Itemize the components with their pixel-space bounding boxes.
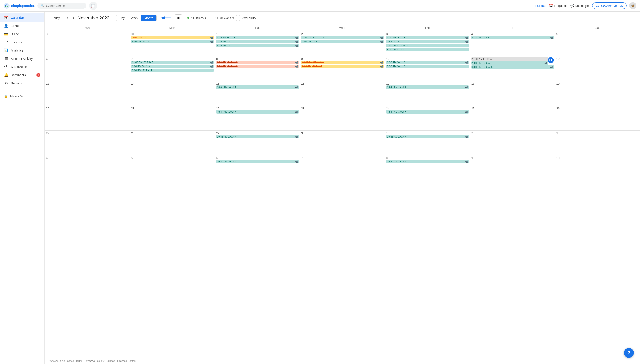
cal-day-4-3[interactable]: 30 [300, 131, 385, 155]
event-item[interactable]: 1:00 PM JA: J. A. 📹 [131, 64, 214, 68]
cal-day-2-3[interactable]: 16 [300, 81, 385, 106]
cal-day-2-2[interactable]: 1510:45 AM JA: J. A. 📹 [215, 81, 300, 106]
cal-day-5-2[interactable]: 610:45 AM JA: J. A. 📹 [215, 156, 300, 180]
event-item[interactable]: 1:10 PM LT: L. T. 📹 [216, 40, 299, 43]
cal-day-1-0[interactable]: 6 [45, 56, 130, 81]
event-item[interactable]: 3:00 PM LT: J. T. 📹 [301, 40, 384, 43]
event-item[interactable]: 1:00 PM JA: J. A. 📹 [386, 60, 469, 64]
event-item[interactable]: 9:00 AM JA: J. A. 📹 [216, 36, 299, 39]
cal-day-1-5[interactable]: 1111:00 AM LT: D. A. 1:00 PM LT: J. A. 📹… [470, 56, 555, 81]
event-item[interactable]: 12:00 PM LT: J. A. I. 📹 [301, 60, 384, 64]
event-item[interactable]: 11:00 AM LT: J. M. A. 📹 [301, 36, 384, 39]
cal-day-2-1[interactable]: 14 [130, 81, 215, 106]
sidebar-item-calendar[interactable]: 📅 Calendar [0, 14, 45, 22]
event-item[interactable]: 8:00 PM LT: J. A. [386, 48, 469, 51]
cal-day-5-0[interactable]: 4 [45, 156, 130, 180]
all-clinicians-dropdown[interactable]: All Clinicians ▾ [212, 15, 237, 21]
cal-day-3-0[interactable]: 20 [45, 106, 130, 130]
referral-button[interactable]: Get $100 for referrals [592, 2, 626, 9]
event-item[interactable]: 10:45 AM JA: J. A. 📹 [386, 160, 469, 163]
cal-day-0-4[interactable]: 39:00 AM JA: J. A. 📹10:40 AM LT: J. M. A… [385, 32, 470, 56]
cal-day-3-4[interactable]: 2410:45 AM JA: J. A. 📹 [385, 106, 470, 130]
month-view-button[interactable]: Month [142, 15, 156, 21]
week-view-button[interactable]: Week [128, 15, 142, 21]
cal-day-0-3[interactable]: 211:00 AM LT: J. M. A. 📹3:00 PM LT: J. T… [300, 32, 385, 56]
event-item[interactable]: 11:00 AM LT: D. A. [471, 57, 548, 61]
event-item[interactable]: 10:45 AM JA: J. A. 📹 [386, 85, 469, 89]
next-month-button[interactable]: › [72, 15, 75, 21]
cal-day-3-6[interactable]: 26 [555, 106, 640, 130]
cal-day-4-5[interactable]: 2 [470, 131, 555, 155]
event-item[interactable]: 4:00 PM LT: L. A. 📹 [131, 40, 214, 43]
prev-month-button[interactable]: ‹ [66, 15, 69, 21]
cal-day-5-6[interactable]: 10 [555, 156, 640, 180]
event-item[interactable]: 10:45 AM JA: J. A. 📹 [216, 160, 299, 163]
event-item[interactable]: 3:00 PM JA: J. A. [386, 64, 469, 68]
cal-day-0-6[interactable]: 5 [555, 32, 640, 56]
event-item[interactable]: 1:30 PM LT: J. M. A. [386, 44, 469, 47]
sidebar-item-clients[interactable]: 👤 Clients [0, 22, 45, 30]
analytics-icon-btn[interactable]: 📈 [89, 2, 97, 10]
today-button[interactable]: Today [49, 15, 63, 21]
messages-button[interactable]: 💬 Messages [570, 4, 590, 8]
event-item[interactable]: 10:45 AM JA: J. A. 📹 [216, 110, 299, 114]
all-offices-dropdown[interactable]: All Offices ▾ [185, 15, 209, 21]
cal-day-0-0[interactable]: 30 [45, 32, 130, 56]
avatar[interactable]: 🦋 [629, 2, 636, 10]
cal-day-1-6[interactable]: 12 [555, 56, 640, 81]
event-item[interactable]: 3:00 PM LT: J. A. I. [131, 68, 214, 72]
cal-day-3-2[interactable]: 2210:45 AM JA: J. A. 📹 [215, 106, 300, 130]
cal-day-2-0[interactable]: 13 [45, 81, 130, 106]
cal-day-4-1[interactable]: 28 [130, 131, 215, 155]
cal-day-0-1[interactable]: 3110:00 AM LT: L. T. 📹4:00 PM LT: L. A. … [130, 32, 215, 56]
event-item[interactable]: 10:45 AM JA: J. A. 📹 [216, 135, 299, 138]
cal-day-1-1[interactable]: 711:00 AM LT: J. H A. 📹1:00 PM JA: J. A.… [130, 56, 215, 81]
cal-day-5-1[interactable]: 5 [130, 156, 215, 180]
event-item[interactable]: 3:00 PM LT: J. A. I. 📹 [471, 65, 554, 69]
cal-day-4-0[interactable]: 27 [45, 131, 130, 155]
event-item[interactable]: 10:45 AM JA: J. A. 📹 [216, 85, 299, 89]
availability-button[interactable]: Availability [239, 15, 259, 21]
sidebar-item-account-activity[interactable]: ☰ Account Activity [0, 54, 45, 63]
day-view-button[interactable]: Day [117, 15, 128, 21]
sidebar-item-billing[interactable]: 💳 Billing [0, 30, 45, 38]
event-item[interactable]: 2:00 PM LT: J. A. I. 📹 [301, 64, 384, 68]
event-item[interactable]: 10:00 AM LT: L. T. 📹 [131, 36, 214, 39]
requests-button[interactable]: 📅 Requests [549, 4, 567, 8]
cal-day-4-6[interactable]: 3 [555, 131, 640, 155]
cal-day-3-5[interactable]: 25 [470, 106, 555, 130]
cal-day-3-1[interactable]: 21 [130, 106, 215, 130]
cal-day-4-4[interactable]: 110:45 AM JA: J. A. 📹 [385, 131, 470, 155]
event-item[interactable]: 1:00 PM LT: J. A. 📹 [471, 61, 548, 65]
filter-button[interactable]: ⊞ [175, 14, 182, 22]
cal-day-0-2[interactable]: 19:00 AM JA: J. A. 📹1:10 PM LT: L. T. 📹5… [215, 32, 300, 56]
cal-day-1-4[interactable]: 101:00 PM JA: J. A. 📹3:00 PM JA: J. A. [385, 56, 470, 81]
event-item[interactable]: 3:00 PM LT: J. A. I. 📹 [216, 64, 299, 68]
event-item[interactable]: 9:00 AM JA: J. A. 📹 [386, 36, 469, 39]
cal-day-1-2[interactable]: 81:00 PM LT: J. A. I. 📹3:00 PM LT: J. A.… [215, 56, 300, 81]
cal-day-1-3[interactable]: 912:00 PM LT: J. A. I. 📹2:00 PM LT: J. A… [300, 56, 385, 81]
sidebar-item-supervision[interactable]: 👁 Supervision [0, 63, 45, 71]
help-fab[interactable]: ? [624, 348, 634, 358]
sidebar-item-settings[interactable]: ⚙ Settings [0, 79, 45, 87]
event-item[interactable]: 6:30 PM LT: J. H A. 📹 [471, 36, 554, 39]
cal-day-4-2[interactable]: 2910:45 AM JA: J. A. 📹 [215, 131, 300, 155]
sidebar-item-analytics[interactable]: 📊 Analytics [0, 46, 45, 54]
cal-day-5-4[interactable]: 810:45 AM JA: J. A. 📹 [385, 156, 470, 180]
event-item[interactable]: 10:45 AM JA: J. A. 📹 [386, 110, 469, 114]
cal-day-2-5[interactable]: 18 [470, 81, 555, 106]
event-item[interactable]: 11:00 AM LT: J. H A. 📹 [131, 60, 214, 64]
search-bar[interactable]: 🔍 [37, 3, 87, 9]
event-item[interactable]: 5:00 PM LT: L. T. 📹 [216, 44, 299, 47]
cal-day-0-5[interactable]: 46:30 PM LT: J. H A. 📹 [470, 32, 555, 56]
cal-day-5-3[interactable]: 7 [300, 156, 385, 180]
cal-day-2-4[interactable]: 1710:45 AM JA: J. A. 📹 [385, 81, 470, 106]
cal-day-3-3[interactable]: 23 [300, 106, 385, 130]
create-button[interactable]: + Create [534, 4, 546, 8]
logo[interactable]: simplepractice [4, 3, 35, 9]
sidebar-item-reminders[interactable]: 🔔 Reminders 3 [0, 71, 45, 79]
cal-day-5-5[interactable]: 9 [470, 156, 555, 180]
sidebar-item-insurance[interactable]: 🛡 Insurance [0, 38, 45, 46]
event-item[interactable]: 10:40 AM LT: J. M. A. 📹 [386, 40, 469, 43]
event-item[interactable]: 10:45 AM JA: J. A. 📹 [386, 135, 469, 138]
